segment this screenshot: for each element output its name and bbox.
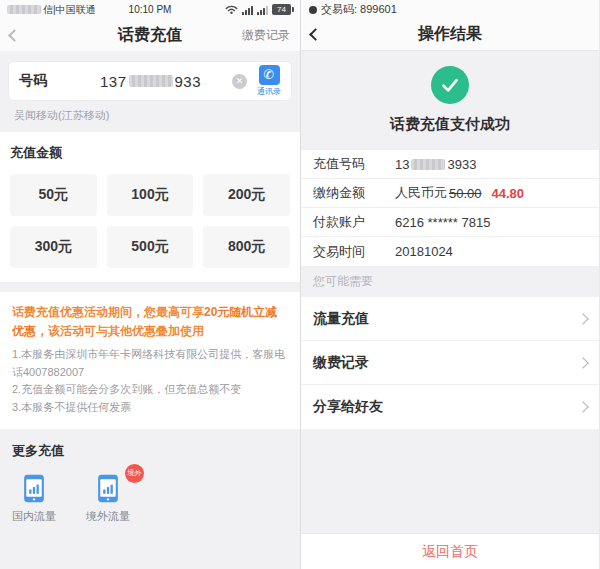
menu-item-label: 流量充值	[313, 310, 579, 328]
clear-icon[interactable]: ✕	[232, 74, 247, 89]
suggestion-menu: 流量充值 缴费记录 分享给好友	[301, 297, 599, 429]
note-line: 2.充值金额可能会分多次到账，但充值总额不变	[12, 381, 288, 399]
blurred-digits	[411, 159, 445, 170]
currency-label: 人民币元	[395, 184, 447, 202]
more-section-label: 更多充值	[12, 442, 288, 460]
detail-row-phone: 充值号码 13 3933	[301, 150, 599, 179]
phone-suffix: 3933	[447, 157, 476, 172]
overseas-data-item[interactable]: 境外 境外流量	[86, 474, 130, 524]
promo-section: 话费充值优惠活动期间，您最高可享20元随机立减优惠，该活动可与其他优惠叠加使用 …	[0, 292, 300, 429]
amount-grid: 50元 100元 200元 300元 500元 800元	[10, 174, 290, 268]
footer-bar: 返回首页	[301, 533, 599, 569]
actual-price: 44.80	[492, 186, 525, 201]
detail-label: 充值号码	[313, 155, 395, 173]
success-title: 话费充值支付成功	[390, 115, 510, 134]
phone-suffix: 933	[175, 73, 202, 90]
status-time: 10:10 PM	[0, 4, 300, 15]
promo-text: 话费充值优惠活动期间，您最高可享20元随机立减优惠，该活动可与其他优惠叠加使用	[12, 303, 288, 340]
amount-section-label: 充值金额	[10, 144, 290, 162]
amount-button-50[interactable]: 50元	[10, 174, 97, 216]
carrier-region-hint: 吴闻移动(江苏移动)	[14, 108, 286, 123]
phone-data-icon	[97, 474, 119, 503]
back-home-button[interactable]: 返回首页	[422, 543, 478, 561]
overseas-badge: 境外	[125, 464, 144, 483]
detail-list: 充值号码 13 3933 缴纳金额 人民币元 50.00 44.80 付款账户 …	[301, 150, 599, 266]
amount-button-300[interactable]: 300元	[10, 226, 97, 268]
more-recharge-section: 更多充值 国内流量 境外	[0, 429, 300, 537]
amount-button-500[interactable]: 500元	[107, 226, 194, 268]
promo-tail: ，该活动可与其他优惠叠加使用	[36, 324, 204, 338]
battery-icon: 74	[272, 4, 291, 15]
status-bar: 信|中国联通 10:10 PM 74	[0, 0, 300, 19]
menu-item-label: 分享给好友	[313, 398, 579, 416]
menu-item-share[interactable]: 分享给好友	[301, 385, 599, 429]
suggestion-hint: 您可能需要	[301, 266, 599, 297]
detail-label: 付款账户	[313, 213, 395, 231]
result-screen: 交易码: 899601 操作结果 话费充值支付成功 充值号码 13 3933	[300, 0, 599, 569]
nav-bar: 操作结果	[301, 19, 599, 51]
amount-button-100[interactable]: 100元	[107, 174, 194, 216]
amount-button-200[interactable]: 200元	[203, 174, 290, 216]
payment-history-link[interactable]: 缴费记录	[242, 27, 290, 44]
promo-lead: 话费充值优惠活动期间，您最高可享	[12, 305, 204, 319]
success-block: 话费充值支付成功	[301, 51, 599, 150]
original-price: 50.00	[449, 186, 482, 201]
domestic-data-item[interactable]: 国内流量	[12, 474, 56, 524]
menu-item-label: 缴费记录	[313, 354, 579, 372]
recharge-screen: 信|中国联通 10:10 PM 74 话费充值 缴费记录 号码 13	[0, 0, 300, 569]
domestic-data-label: 国内流量	[12, 509, 56, 524]
detail-row-amount: 缴纳金额 人民币元 50.00 44.80	[301, 179, 599, 208]
phone-data-icon	[23, 474, 45, 503]
note-line: 1.本服务由深圳市年年卡网络科技有限公司提供，客服电话4007882007	[12, 346, 288, 381]
detail-value-date: 20181024	[395, 244, 453, 259]
note-line: 3.本服务不提供任何发票	[12, 399, 288, 417]
app: 信|中国联通 10:10 PM 74 话费充值 缴费记录 号码 13	[0, 0, 600, 569]
phone-number-field[interactable]: 号码 137 933 ✕ ✆ 通讯录	[8, 61, 292, 101]
menu-item-data-recharge[interactable]: 流量充值	[301, 297, 599, 341]
phone-prefix: 137	[100, 73, 127, 90]
detail-row-date: 交易时间 20181024	[301, 237, 599, 266]
contacts-label: 通讯录	[257, 86, 281, 97]
trade-code-label: 交易码: 899601	[321, 2, 397, 17]
detail-label: 缴纳金额	[313, 184, 395, 202]
spacer	[301, 429, 599, 533]
overseas-data-label: 境外流量	[86, 509, 130, 524]
menu-item-payment-history[interactable]: 缴费记录	[301, 341, 599, 385]
detail-value-account: 6216 ****** 7815	[395, 215, 490, 230]
amount-button-800[interactable]: 800元	[203, 226, 290, 268]
trade-code-strip: 交易码: 899601	[301, 0, 599, 19]
chevron-right-icon	[577, 357, 588, 368]
detail-row-account: 付款账户 6216 ****** 7815	[301, 208, 599, 237]
service-notes: 1.本服务由深圳市年年卡网络科技有限公司提供，客服电话4007882007 2.…	[12, 346, 288, 416]
page-title: 操作结果	[301, 24, 599, 45]
detail-value-phone: 13 3933	[395, 157, 476, 172]
detail-value-amount: 人民币元 50.00 44.80	[395, 184, 524, 202]
phone-field-label: 号码	[19, 72, 75, 90]
phone-prefix: 13	[395, 157, 409, 172]
contacts-button[interactable]: ✆ 通讯录	[257, 65, 281, 97]
amount-section: 充值金额 50元 100元 200元 300元 500元 800元	[0, 132, 300, 282]
chevron-right-icon	[577, 313, 588, 324]
nav-bar: 话费充值 缴费记录	[0, 19, 300, 51]
detail-label: 交易时间	[313, 243, 395, 261]
record-dot-icon	[309, 6, 317, 14]
chevron-right-icon	[577, 401, 588, 412]
check-icon	[431, 66, 469, 104]
contact-phone-icon: ✆	[259, 65, 280, 85]
blurred-digits	[129, 75, 173, 87]
phone-number-value[interactable]: 137 933	[75, 73, 226, 90]
